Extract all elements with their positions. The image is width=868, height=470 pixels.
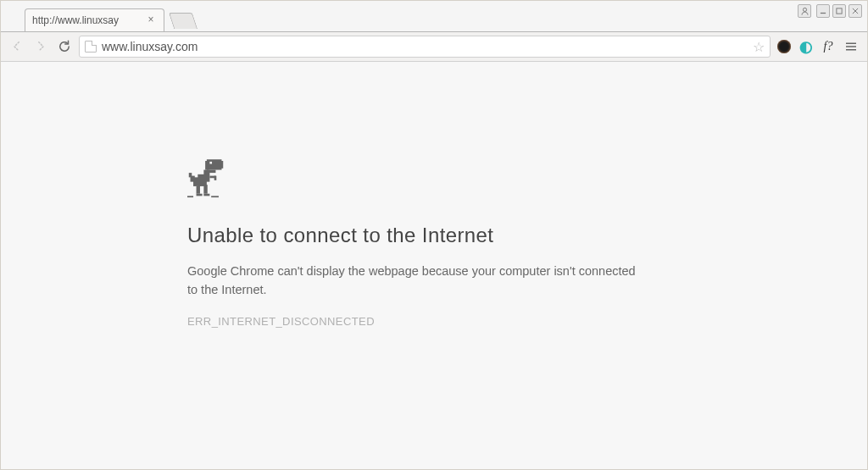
tab-title: http://www.linuxsay bbox=[32, 14, 145, 26]
extension-1-icon[interactable] bbox=[776, 38, 793, 55]
menu-icon[interactable] bbox=[842, 37, 860, 56]
svg-rect-10 bbox=[220, 161, 224, 169]
browser-tab[interactable]: http://www.linuxsay × bbox=[25, 8, 164, 31]
svg-rect-9 bbox=[205, 161, 209, 170]
svg-rect-19 bbox=[214, 176, 217, 180]
bookmark-star-icon[interactable]: ☆ bbox=[753, 39, 765, 55]
svg-rect-23 bbox=[203, 194, 209, 196]
dino-icon bbox=[187, 159, 225, 200]
svg-rect-21 bbox=[197, 194, 203, 196]
address-bar[interactable]: ☆ bbox=[79, 36, 771, 58]
svg-rect-22 bbox=[203, 185, 207, 194]
svg-rect-8 bbox=[207, 159, 222, 169]
tab-strip: http://www.linuxsay × bbox=[1, 1, 867, 31]
url-input[interactable] bbox=[102, 40, 748, 53]
svg-rect-17 bbox=[189, 173, 192, 177]
toolbar: ☆ ◐ f? bbox=[1, 31, 867, 62]
error-description: Google Chrome can't display the webpage … bbox=[187, 263, 645, 300]
reload-button[interactable] bbox=[55, 37, 74, 56]
error-block: Unable to connect to the Internet Google… bbox=[187, 159, 645, 328]
svg-rect-11 bbox=[209, 162, 212, 164]
page-icon bbox=[85, 41, 97, 53]
extension-2-icon[interactable]: ◐ bbox=[798, 38, 815, 55]
extension-3-icon[interactable]: f? bbox=[820, 38, 837, 55]
error-code: ERR_INTERNET_DISCONNECTED bbox=[187, 315, 645, 328]
close-tab-icon[interactable]: × bbox=[145, 14, 157, 26]
error-heading: Unable to connect to the Internet bbox=[187, 224, 645, 247]
svg-rect-20 bbox=[197, 186, 200, 194]
forward-button[interactable] bbox=[31, 37, 50, 56]
back-button[interactable] bbox=[8, 37, 26, 56]
new-tab-button[interactable] bbox=[169, 13, 198, 29]
page-content: Unable to connect to the Internet Google… bbox=[1, 62, 867, 469]
